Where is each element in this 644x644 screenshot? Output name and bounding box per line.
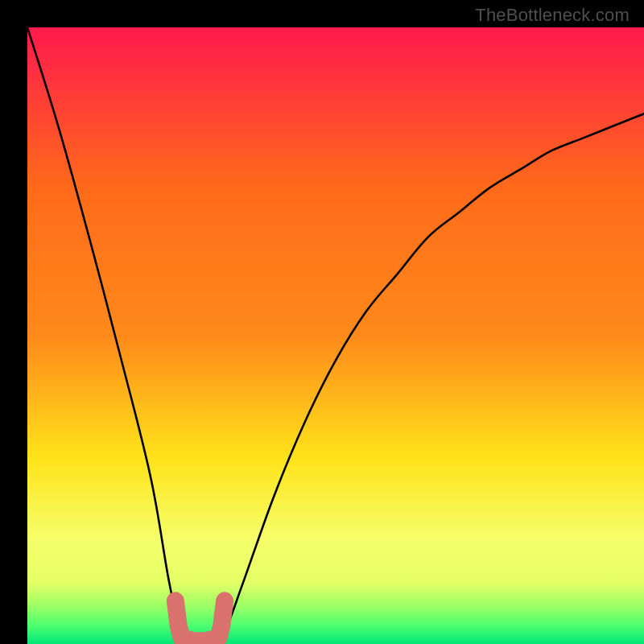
chart-svg [27,27,644,644]
chart-plot-area [27,27,644,644]
watermark-text: TheBottleneck.com [475,5,630,26]
chart-background-gradient [27,27,644,644]
